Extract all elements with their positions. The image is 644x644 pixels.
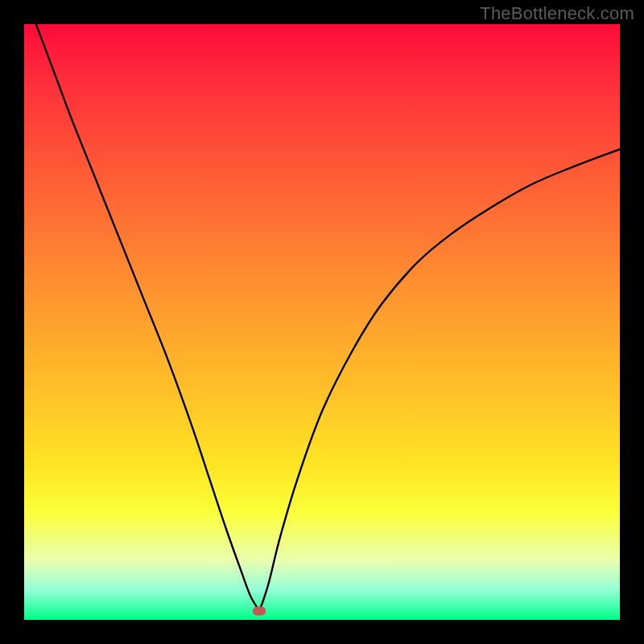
chart-frame: TheBottleneck.com (0, 0, 644, 644)
curve-right-branch (259, 149, 620, 611)
watermark-text: TheBottleneck.com (480, 3, 634, 24)
plot-area (24, 24, 620, 620)
bottleneck-marker (253, 606, 266, 615)
curve-left-branch (36, 24, 260, 611)
bottleneck-curve (24, 24, 620, 620)
